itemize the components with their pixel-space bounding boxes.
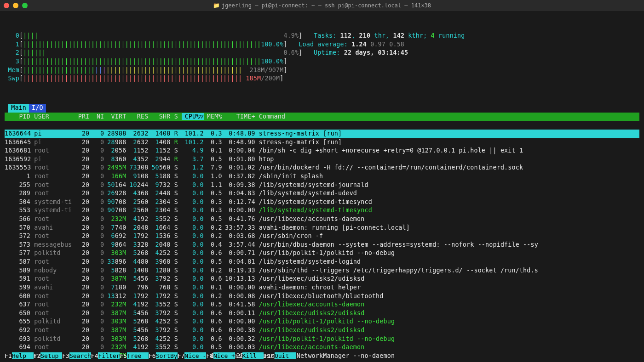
table-row[interactable]: 504 systemd-ti2009070825602304 S0.00.30:… <box>5 198 639 207</box>
hdr-time[interactable]: TIME+ <box>222 113 255 121</box>
kthr-count: 142 <box>393 32 404 39</box>
fkey-F6-label[interactable]: SortBy <box>156 352 178 359</box>
running-count: 4 <box>431 32 435 39</box>
mem-used: 218M <box>250 67 265 74</box>
folder-icon: 📁 <box>213 2 220 9</box>
process-list[interactable]: 1636644 pi2002898826321408 R101.20.30:48… <box>5 130 639 360</box>
cpu0-label: 0 <box>5 32 19 40</box>
table-row[interactable]: 1636681 root200205611521152 S4.90.10:00.… <box>5 147 639 155</box>
table-row[interactable]: 566 root200232M41923552 S0.00.50:41.76/u… <box>5 215 639 224</box>
cpu1-label: 1 <box>5 40 19 49</box>
fkey-F5[interactable]: F5 <box>120 352 127 359</box>
table-row[interactable]: 591 root200387M54563792 S0.00.610:13.13/… <box>5 275 639 283</box>
fkey-F6[interactable]: F6 <box>149 352 156 359</box>
cpu2-label: 2 <box>5 49 19 57</box>
tab-io[interactable]: I/O <box>29 104 46 113</box>
hdr-s[interactable]: S <box>174 113 182 121</box>
mem-label: Mem <box>5 66 19 75</box>
hdr-virt[interactable]: VIRT <box>104 113 126 121</box>
fkey-F1-label[interactable]: Help <box>12 352 34 359</box>
table-row[interactable]: 573 messagebus200986433282048 S0.00.43:5… <box>5 241 639 249</box>
mem-total: 907M <box>269 67 284 74</box>
hdr-user[interactable]: USER <box>34 113 75 121</box>
fkey-F10[interactable]: F10 <box>264 352 274 359</box>
window-title: 📁jgeerling — pi@pi-connect: ~ — ssh pi@p… <box>213 2 431 9</box>
table-row[interactable]: 553 systemd-ti2009070825602304 S0.00.30:… <box>5 206 639 215</box>
cpu3-pct: 100.0% <box>261 58 283 65</box>
hdr-cmd[interactable]: Command <box>255 113 285 121</box>
fkey-F4[interactable]: F4 <box>91 352 98 359</box>
fkey-F9-label[interactable]: Kill <box>242 352 264 359</box>
table-row[interactable]: 693 polkitd200303M52684252 S0.00.60:00.3… <box>5 335 639 344</box>
hdr-mem[interactable]: MEM% <box>204 113 222 121</box>
fkey-F2-label[interactable]: Setup <box>40 352 62 359</box>
table-row[interactable]: 577 polkitd200303M52684252 S0.00.60:00.7… <box>5 249 639 258</box>
hdr-res[interactable]: RES <box>126 113 148 121</box>
terminal-content[interactable]: 0[|||| 4.9%] Tasks: 112, 210 thr, 142 kt… <box>0 11 644 362</box>
thr-count: 210 <box>359 32 371 39</box>
table-row[interactable]: 587 root2003389644803968 S0.00.50:04.81/… <box>5 258 639 266</box>
hdr-ni[interactable]: NI <box>89 113 104 121</box>
fkey-F7[interactable]: F7 <box>178 352 185 359</box>
hdr-pid[interactable]: PID <box>5 113 30 121</box>
fkey-F5-label[interactable]: Tree <box>127 352 149 359</box>
table-row[interactable]: 600 root2001331217921792 S0.00.20:00.08/… <box>5 292 639 301</box>
load-label: Load average: <box>299 41 348 48</box>
hdr-cpu[interactable]: CPU%▽ <box>182 113 204 121</box>
window-titlebar: 📁jgeerling — pi@pi-connect: ~ — ssh pi@p… <box>0 0 644 11</box>
table-row[interactable]: 1636592 pi200836043522944 R3.70.50:01.80… <box>5 155 639 164</box>
load1: 1.24 <box>351 41 367 48</box>
table-row[interactable]: 1636645 pi2002898826321408 R101.20.30:48… <box>5 138 639 147</box>
swp-used: 185M <box>246 75 261 82</box>
cpu2-pct: 8.6% <box>283 49 299 56</box>
table-row[interactable]: 589 nobody200582814081280 S0.00.20:19.33… <box>5 266 639 275</box>
table-row[interactable]: 572 root200669217921536 S0.00.20:03.68/u… <box>5 232 639 241</box>
fkey-F1[interactable]: F1 <box>5 352 12 359</box>
cpu0-pct: 4.9% <box>283 32 299 39</box>
table-row[interactable]: 694 root200232M41923552 S0.00.50:00.03/u… <box>5 343 639 352</box>
fkey-F7-label[interactable]: Nice - <box>184 352 206 359</box>
hdr-shr[interactable]: SHR <box>148 113 170 121</box>
maximize-button[interactable] <box>22 3 28 8</box>
fkey-F3-label[interactable]: Search <box>69 352 91 359</box>
table-row[interactable]: 1 root200166M91085188 S0.01.00:37.82/sbi… <box>5 172 639 181</box>
fkey-F3[interactable]: F3 <box>62 352 69 359</box>
table-row[interactable]: 655 polkitd200303M52684252 S0.00.60:00.0… <box>5 317 639 326</box>
traffic-lights <box>4 3 28 8</box>
fkey-F4-label[interactable]: Filter <box>98 352 120 359</box>
fkey-F10-label[interactable]: Quit <box>275 352 296 359</box>
tasks-count: 112 <box>340 32 352 39</box>
load2: 0.97 <box>370 41 385 48</box>
fkey-F9[interactable]: F9 <box>235 352 242 359</box>
table-row[interactable]: 1635553 root2002495M7330850560 S1.27.90:… <box>5 164 639 172</box>
table-row[interactable]: 255 root20050164102449732 S0.01.10:09.38… <box>5 181 639 190</box>
table-row[interactable]: 1636644 pi2002898826321408 R101.20.30:48… <box>5 130 639 138</box>
function-keys: F1Help F2Setup F3SearchF4FilterF5Tree F6… <box>5 352 639 359</box>
cpu3-label: 3 <box>5 57 19 66</box>
tabs: MainI/O <box>5 104 46 113</box>
table-row[interactable]: 289 root2002692843682448 S0.00.50:04.83/… <box>5 189 639 198</box>
hdr-pri[interactable]: PRI <box>75 113 89 121</box>
tab-main[interactable]: Main <box>8 104 29 113</box>
table-row[interactable]: 570 avahi200774020481664 S0.00.233:57.33… <box>5 224 639 232</box>
minimize-button[interactable] <box>13 3 18 8</box>
swp-total: 200M <box>264 75 280 82</box>
table-row[interactable]: 650 root200387M54563792 S0.00.60:00.11/u… <box>5 309 639 318</box>
fkey-F8[interactable]: F8 <box>206 352 213 359</box>
uptime-value: 22 days, 03:14:45 <box>344 49 408 56</box>
tasks-label: Tasks: <box>314 32 336 39</box>
fkey-F8-label[interactable]: Nice + <box>213 352 235 359</box>
uptime-label: Uptime: <box>314 49 340 56</box>
cpu-meters: 0[|||| 4.9%] Tasks: 112, 210 thr, 142 kt… <box>5 23 639 83</box>
swp-label: Swp <box>5 74 19 83</box>
table-row[interactable]: 692 root200387M54563792 S0.00.60:00.38/u… <box>5 326 639 335</box>
column-headers[interactable]: PID USERPRINIVIRTRESSHR SCPU%▽MEM%TIME+C… <box>5 113 639 121</box>
cpu1-pct: 100.0% <box>261 41 283 48</box>
table-row[interactable]: 599 avahi2007180796768 S0.00.10:00.00ava… <box>5 283 639 292</box>
table-row[interactable]: 637 root200232M41923552 S0.00.50:41.58/u… <box>5 300 639 309</box>
fkey-F2[interactable]: F2 <box>34 352 41 359</box>
load3: 0.58 <box>389 41 404 48</box>
close-button[interactable] <box>4 3 9 8</box>
